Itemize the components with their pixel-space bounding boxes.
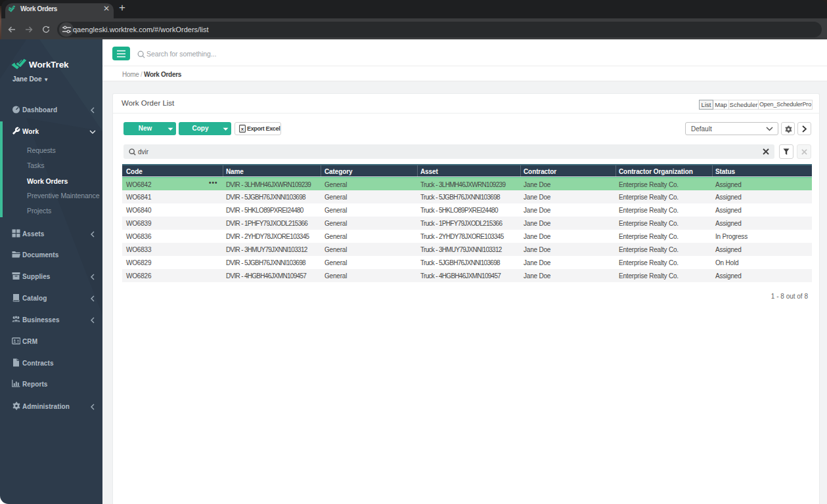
svg-text:x: x [241,126,244,132]
